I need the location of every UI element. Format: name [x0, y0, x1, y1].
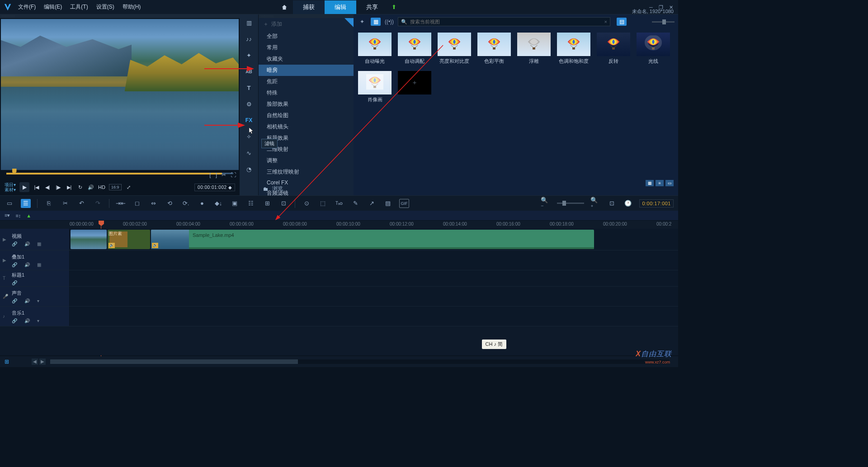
- storyboard-icon[interactable]: ▦: [646, 180, 654, 186]
- pan-zoom-icon[interactable]: ✎: [350, 199, 360, 208]
- grid-view-icon[interactable]: ▦: [371, 18, 381, 26]
- filter-category-item[interactable]: 自然绘图: [259, 110, 354, 121]
- grid-guides-icon[interactable]: ⊡: [278, 199, 288, 208]
- preview-mode-label[interactable]: 项目▾素材▾: [5, 182, 16, 192]
- path-icon[interactable]: ∿: [244, 148, 255, 157]
- next-frame-button[interactable]: |▶: [55, 184, 62, 191]
- filter-thumbnail[interactable]: 光线: [637, 33, 670, 65]
- title-icon[interactable]: T: [244, 83, 255, 92]
- link-icon[interactable]: 🔗: [12, 318, 17, 323]
- filter-category-item[interactable]: 暗房: [259, 65, 354, 76]
- filter-category-item[interactable]: 特殊: [259, 87, 354, 99]
- html-icon[interactable]: ▭: [665, 180, 674, 186]
- mark-out-icon[interactable]: ]: [216, 172, 217, 178]
- sort-tracks-icon[interactable]: ≡↕: [15, 213, 21, 218]
- panel-grip[interactable]: ::::::::::: [0, 14, 240, 18]
- filter-thumbnail[interactable]: 色调和饱和度: [557, 33, 590, 65]
- record-icon[interactable]: ●: [197, 199, 207, 208]
- mute-icon[interactable]: 🔊: [24, 262, 30, 267]
- tab-capture[interactable]: 捕获: [293, 0, 325, 14]
- filter-thumbnail[interactable]: 自动曝光: [358, 33, 392, 65]
- tracking-icon[interactable]: ◔: [244, 165, 255, 174]
- go-end-button[interactable]: ▶|: [66, 184, 73, 191]
- expand-icon[interactable]: ⛶: [231, 172, 236, 178]
- overlay-icon[interactable]: ⚙: [244, 99, 255, 108]
- fit-icon[interactable]: ⊡: [607, 199, 617, 208]
- zoom-out-icon[interactable]: 🔍⁻: [541, 199, 551, 208]
- loop-button[interactable]: ↻: [76, 184, 84, 191]
- track-lane[interactable]: [70, 307, 678, 326]
- lock-icon[interactable]: ▦: [37, 241, 41, 246]
- chapter-icon[interactable]: ◆↓: [213, 199, 223, 208]
- copy-icon[interactable]: ⎘: [44, 199, 54, 208]
- volume-button[interactable]: 🔊: [87, 184, 94, 191]
- link-icon[interactable]: 🔗: [12, 262, 17, 267]
- menu-help[interactable]: 帮助(H): [123, 3, 141, 11]
- preview-viewport[interactable]: [1, 19, 239, 170]
- fx-icon[interactable]: FX: [244, 116, 255, 125]
- transition-icon[interactable]: AB: [244, 67, 255, 76]
- mark-in-icon[interactable]: [: [209, 172, 211, 178]
- collapse-icon[interactable]: ▲: [26, 213, 31, 218]
- browse-button[interactable]: 🖿浏览: [263, 185, 283, 193]
- media-icon[interactable]: ▥: [244, 18, 255, 27]
- mute-icon[interactable]: 🔊: [24, 241, 30, 246]
- chevron-down-icon[interactable]: ▾: [37, 318, 39, 323]
- timeline-scrollbar[interactable]: [50, 359, 669, 364]
- audio-icon[interactable]: ♪♪: [244, 34, 255, 43]
- speed-icon[interactable]: ⇔: [148, 199, 158, 208]
- play-button[interactable]: ▶: [19, 182, 29, 192]
- search-field[interactable]: 🔍 ×: [398, 17, 610, 26]
- multicam-icon[interactable]: ⊞: [262, 199, 272, 208]
- scissors-icon[interactable]: ✂: [222, 172, 226, 178]
- nav-left-icon[interactable]: ◀: [32, 359, 38, 365]
- mute-icon[interactable]: 🔊: [24, 318, 30, 323]
- filter-category-item[interactable]: 焦距: [259, 76, 354, 87]
- filter-category-item[interactable]: 常用: [259, 42, 354, 53]
- filter-thumbnail[interactable]: 浮雕: [517, 33, 551, 65]
- tab-upload[interactable]: ⬆: [388, 0, 401, 14]
- timeline-timecode[interactable]: 0:00:17:001: [639, 199, 674, 208]
- menu-edit[interactable]: 编辑(E): [44, 3, 62, 11]
- mute-icon[interactable]: 🔊: [24, 298, 30, 303]
- filter-thumbnail[interactable]: 自动调配: [398, 33, 431, 65]
- clear-icon[interactable]: ×: [604, 19, 607, 24]
- lock-icon[interactable]: ▦: [37, 262, 41, 267]
- all-tracks-icon[interactable]: ≡▾: [5, 212, 10, 218]
- link-icon[interactable]: 🔗: [12, 241, 17, 246]
- timeline-icon[interactable]: ≡: [656, 180, 664, 186]
- zoom-slider[interactable]: [557, 203, 584, 204]
- filter-category-item[interactable]: 三维纹理映射: [259, 166, 354, 178]
- timeline-ruler[interactable]: 00:00:00:0000:00:02:0000:00:04:0000:00:0…: [0, 221, 678, 229]
- time-remap-icon[interactable]: ↗: [367, 199, 377, 208]
- tab-share[interactable]: 共享: [356, 0, 388, 14]
- track-lane[interactable]: [70, 287, 678, 306]
- 3d-title-icon[interactable]: T₃ᴅ: [334, 199, 344, 208]
- tab-home[interactable]: [277, 0, 293, 14]
- filter-category-item[interactable]: 调整: [259, 155, 354, 166]
- link-icon[interactable]: 🔗: [12, 298, 17, 303]
- clip-video[interactable]: 🔊Sample_Lake.mp4: [151, 230, 594, 249]
- menu-file[interactable]: 文件(F): [18, 3, 36, 11]
- storyboard-view-icon[interactable]: ▭: [5, 199, 14, 208]
- preview-scrubber[interactable]: [0, 171, 240, 179]
- panel-grip[interactable]: ::::::::::: [259, 14, 354, 18]
- go-start-button[interactable]: |◀: [33, 184, 40, 191]
- reverse-icon[interactable]: ⟲: [165, 199, 175, 208]
- aspect-ratio[interactable]: 16:9: [109, 184, 122, 190]
- motion-icon[interactable]: ✦: [244, 51, 255, 60]
- clock-icon[interactable]: 🕐: [623, 199, 633, 208]
- gif-icon[interactable]: GIF: [399, 199, 409, 208]
- clip-image-1[interactable]: [71, 230, 107, 249]
- mask-icon[interactable]: ⬚: [318, 199, 328, 208]
- filter-category-item[interactable]: 脸部效果: [259, 99, 354, 110]
- track-lane[interactable]: 图片素🔊 🔊Sample_Lake.mp4: [70, 229, 678, 250]
- add-filter-tile[interactable]: ＋: [398, 71, 431, 103]
- thumb-view-icon[interactable]: ▤: [617, 18, 627, 26]
- subtitle-icon[interactable]: ☷: [246, 199, 256, 208]
- menu-setting[interactable]: 设置(S): [96, 3, 114, 11]
- filter-thumbnail[interactable]: 反转: [597, 33, 630, 65]
- hd-button[interactable]: HD: [98, 184, 105, 191]
- trim-icon[interactable]: ⇥⇤: [116, 199, 126, 208]
- undo-icon[interactable]: ↶: [76, 199, 86, 208]
